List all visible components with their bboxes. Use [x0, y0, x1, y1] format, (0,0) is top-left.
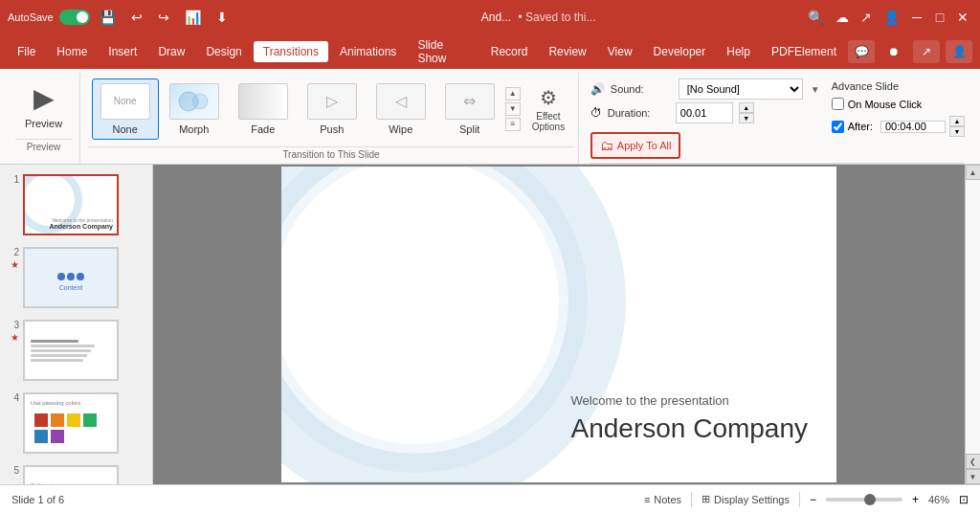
- transition-push-thumb: ▷: [307, 83, 357, 120]
- zoom-in-button[interactable]: +: [912, 493, 919, 506]
- menu-pdfelement[interactable]: PDFElement: [762, 41, 846, 62]
- menu-animations[interactable]: Animations: [330, 41, 406, 62]
- menu-review[interactable]: Review: [539, 41, 595, 62]
- transition-none[interactable]: None None: [92, 78, 159, 140]
- status-divider2: [799, 492, 800, 507]
- display-settings-label[interactable]: Display Settings: [714, 494, 790, 505]
- scroll-down-button[interactable]: ▼: [505, 102, 521, 116]
- slide-canvas: Welcome to the presentation Anderson Com…: [281, 167, 836, 482]
- preview-button[interactable]: ▶ Preview: [15, 77, 72, 135]
- redo-icon[interactable]: ↪: [154, 8, 173, 27]
- morph-icon: [175, 88, 213, 115]
- close-button[interactable]: ✕: [953, 8, 972, 27]
- maximize-button[interactable]: □: [930, 8, 949, 27]
- sound-dropdown[interactable]: [No Sound]: [679, 78, 803, 100]
- scrollbar-track[interactable]: [966, 180, 980, 454]
- minimize-button[interactable]: ─: [907, 8, 926, 27]
- transition-push[interactable]: ▷ Push: [299, 78, 366, 140]
- toolbar-icons: 💾 ↩ ↪ 📊 ⬇: [96, 8, 232, 27]
- transition-wipe[interactable]: ◁ Wipe: [368, 78, 434, 140]
- scroll-up-button-main[interactable]: ▲: [966, 165, 981, 180]
- slide-star-2: ★: [11, 259, 19, 270]
- slide-thumb-3[interactable]: [23, 320, 119, 381]
- transition-morph[interactable]: Morph: [161, 78, 228, 140]
- profile-icon[interactable]: 👤: [880, 8, 903, 27]
- slide-item-1[interactable]: 1 Welcome to the presentation Anderson C…: [4, 172, 148, 237]
- slide-info: Slide 1 of 6: [11, 494, 64, 505]
- slide-thumb-2[interactable]: Content: [23, 247, 119, 308]
- zoom-slider-knob[interactable]: [864, 494, 876, 505]
- transition-fade[interactable]: Fade: [230, 78, 297, 140]
- slide-item-4[interactable]: 4 Use pleasing colors: [4, 390, 148, 456]
- slide1-text: Welcome to the presentation Anderson Com…: [49, 217, 113, 230]
- comment-button[interactable]: 💬: [848, 40, 875, 63]
- transition-split[interactable]: ⇔ Split: [436, 78, 503, 140]
- autosave-toggle[interactable]: [59, 10, 90, 25]
- status-bar: Slide 1 of 6 ≡ Notes ⊞ Display Settings …: [0, 484, 980, 513]
- menu-file[interactable]: File: [8, 41, 45, 62]
- scroll-up-button[interactable]: ▲: [505, 87, 521, 100]
- customize-icon[interactable]: ⬇: [212, 8, 232, 27]
- after-up-button[interactable]: ▲: [949, 116, 965, 126]
- slide-item-5[interactable]: 5 Split text: [4, 463, 148, 484]
- title-bar-left: AutoSave 💾 ↩ ↪ 📊 ⬇: [8, 8, 273, 27]
- duration-input[interactable]: [676, 102, 733, 123]
- record-button[interactable]: ⏺: [880, 40, 907, 63]
- content-area: 1 Welcome to the presentation Anderson C…: [0, 165, 980, 484]
- display-icon: ⊞: [702, 493, 710, 505]
- slide-number-3: 3: [6, 320, 19, 330]
- menu-home[interactable]: Home: [47, 41, 97, 62]
- fit-slide-button[interactable]: ⊡: [959, 493, 969, 506]
- effect-options-button[interactable]: ⚙ EffectOptions: [526, 82, 570, 136]
- duration-up-button[interactable]: ▲: [739, 102, 754, 113]
- slide5-list: Split text: [25, 477, 117, 485]
- scroll-down-chevron-button[interactable]: ❮: [966, 454, 981, 469]
- undo-icon[interactable]: ↩: [127, 8, 146, 27]
- slide-thumb-4[interactable]: Use pleasing colors: [23, 392, 119, 454]
- slide-item-3[interactable]: 3 ★: [4, 318, 148, 383]
- after-input[interactable]: [880, 121, 946, 133]
- after-spinner: ▲ ▼: [949, 116, 965, 137]
- menu-view[interactable]: View: [598, 41, 642, 62]
- after-checkbox[interactable]: [832, 121, 844, 133]
- slide-number-2: 2: [6, 247, 19, 257]
- menu-record[interactable]: Record: [481, 41, 538, 62]
- present-icon[interactable]: 📊: [181, 8, 205, 27]
- menu-right-actions: 💬 ⏺ ↗ 👤: [848, 40, 972, 63]
- save-icon[interactable]: 💾: [96, 8, 120, 27]
- effect-options-icon: ⚙: [540, 86, 557, 109]
- on-mouse-click-checkbox[interactable]: [832, 98, 844, 110]
- zoom-out-button[interactable]: −: [810, 493, 816, 506]
- menu-transitions[interactable]: Transitions: [254, 41, 328, 62]
- cloud-icon[interactable]: ☁: [832, 8, 853, 27]
- slide-title: Anderson Company: [571, 413, 808, 444]
- scroll-down-button-main[interactable]: ▼: [966, 469, 981, 484]
- menu-design[interactable]: Design: [196, 41, 251, 62]
- slide-item-2[interactable]: 2 ★ Content: [4, 245, 148, 310]
- menu-slideshow[interactable]: Slide Show: [408, 34, 479, 69]
- ribbon-group-transitions: None None Morph Fade: [84, 73, 579, 164]
- menu-draw[interactable]: Draw: [148, 41, 194, 62]
- zoom-level[interactable]: 46%: [928, 494, 949, 505]
- apply-to-all-button[interactable]: 🗂 Apply To All: [590, 132, 681, 159]
- menu-help[interactable]: Help: [717, 41, 760, 62]
- slide-subtitle: Welcome to the presentation: [571, 393, 808, 408]
- slide-thumb-5[interactable]: Split text: [23, 465, 119, 484]
- apply-all-icon: 🗂: [600, 138, 613, 153]
- present-online-button[interactable]: ↗: [913, 40, 940, 63]
- slide-thumb-1[interactable]: Welcome to the presentation Anderson Com…: [23, 174, 119, 235]
- ribbon-group-preview: ▶ Preview Preview: [8, 73, 80, 164]
- menu-developer[interactable]: Developer: [644, 41, 716, 62]
- scroll-more-button[interactable]: ≡: [505, 118, 521, 131]
- more-button[interactable]: 👤: [946, 40, 972, 63]
- slide-number-1: 1: [6, 174, 19, 185]
- zoom-slider[interactable]: [826, 498, 902, 502]
- after-down-button[interactable]: ▼: [949, 126, 965, 137]
- timing-controls: 🔊 Sound: [No Sound] ▼ ⏱ Duration: ▲ ▼: [590, 78, 820, 159]
- menu-insert[interactable]: Insert: [99, 41, 146, 62]
- slide-text-area: Welcome to the presentation Anderson Com…: [571, 393, 808, 444]
- share-icon[interactable]: ↗: [857, 8, 876, 27]
- search-icon[interactable]: 🔍: [804, 8, 828, 27]
- duration-down-button[interactable]: ▼: [739, 113, 754, 123]
- notes-label[interactable]: Notes: [654, 494, 681, 505]
